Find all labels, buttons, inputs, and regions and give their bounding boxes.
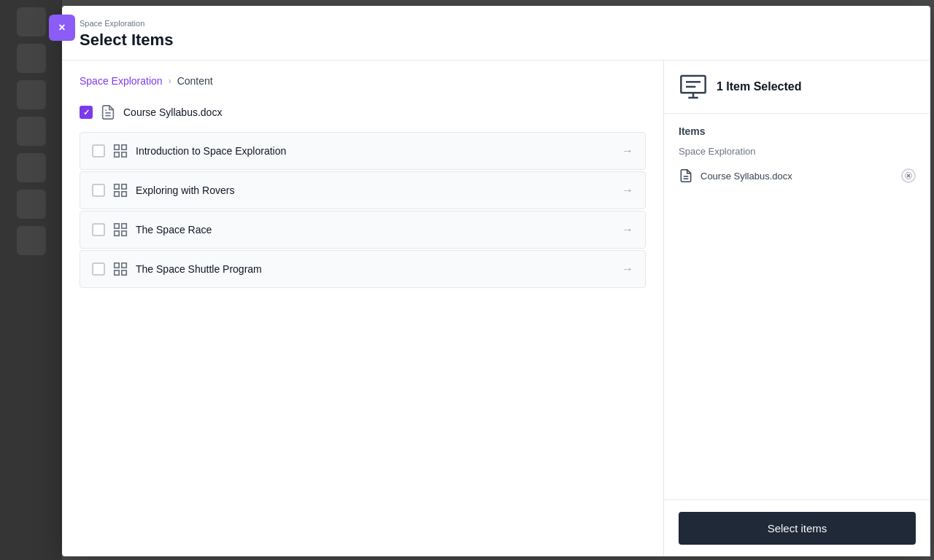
remove-item-button[interactable] — [901, 168, 916, 183]
svg-rect-11 — [122, 224, 126, 228]
breadcrumb-link[interactable]: Space Exploration — [80, 75, 163, 87]
modal-header: Space Exploration Select Items — [62, 6, 930, 61]
svg-rect-9 — [122, 192, 126, 196]
selected-items-icon — [679, 72, 708, 101]
arrow-icon-0: → — [622, 144, 633, 158]
svg-rect-17 — [122, 271, 126, 275]
right-panel-content: Items Space Exploration Course Syllabus.… — [664, 114, 930, 499]
svg-rect-6 — [115, 184, 119, 189]
arrow-icon-1: → — [622, 184, 633, 197]
list-item[interactable]: The Space Race → — [80, 211, 646, 249]
modal-body: Space Exploration › Content Course Sylla… — [62, 61, 930, 556]
list-item[interactable]: Introduction to Space Exploration → — [80, 132, 646, 170]
breadcrumb: Space Exploration › Content — [80, 75, 646, 87]
sidebar-background — [0, 0, 62, 560]
selected-item-row: Course Syllabus.docx — [679, 163, 916, 189]
svg-rect-2 — [115, 145, 119, 149]
selected-file-icon — [679, 168, 693, 183]
list-item[interactable]: The Space Shuttle Program → — [80, 250, 646, 288]
modal-title: Select Items — [80, 31, 913, 50]
svg-rect-4 — [115, 152, 119, 157]
select-items-button[interactable]: Select items — [679, 512, 916, 545]
item-checkbox-0[interactable] — [92, 144, 105, 158]
file-doc-icon — [100, 104, 116, 120]
module-icon-3 — [112, 261, 128, 277]
svg-rect-8 — [115, 192, 119, 196]
list-item-label-3: The Space Shuttle Program — [136, 263, 633, 275]
svg-rect-14 — [115, 263, 119, 268]
right-panel-footer: Select items — [664, 499, 930, 556]
left-panel: Space Exploration › Content Course Sylla… — [62, 61, 664, 556]
svg-rect-5 — [122, 152, 126, 157]
modal-subtitle: Space Exploration — [80, 19, 913, 28]
right-panel-header: 1 Item Selected — [664, 61, 930, 114]
items-section-title: Items — [679, 125, 916, 137]
course-group-title: Space Exploration — [679, 146, 916, 157]
arrow-icon-2: → — [622, 223, 633, 236]
selected-item-label: Course Syllabus.docx — [700, 171, 894, 182]
module-icon-1 — [112, 182, 128, 198]
selected-count-label: 1 Item Selected — [717, 80, 802, 93]
file-checkbox-checked[interactable] — [80, 106, 93, 119]
list-item-label-2: The Space Race — [136, 224, 633, 236]
svg-rect-12 — [115, 231, 119, 236]
module-icon-2 — [112, 222, 128, 238]
list-item[interactable]: Exploring with Rovers → — [80, 171, 646, 209]
remove-icon-svg — [905, 172, 912, 179]
module-icon-0 — [112, 143, 128, 159]
right-panel: 1 Item Selected Items Space Exploration … — [664, 61, 930, 556]
item-checkbox-1[interactable] — [92, 184, 105, 197]
file-item-label: Course Syllabus.docx — [123, 106, 222, 118]
svg-rect-10 — [115, 224, 119, 228]
svg-rect-18 — [681, 76, 705, 93]
breadcrumb-current: Content — [177, 75, 213, 87]
svg-rect-13 — [122, 231, 126, 236]
item-checkbox-3[interactable] — [92, 262, 105, 276]
arrow-icon-3: → — [622, 262, 633, 276]
list-item-label-0: Introduction to Space Exploration — [136, 145, 633, 157]
list-item-label-1: Exploring with Rovers — [136, 184, 633, 196]
svg-rect-16 — [115, 271, 119, 275]
breadcrumb-separator: › — [169, 76, 171, 86]
module-list: Introduction to Space Exploration → Expl… — [80, 132, 646, 288]
checked-file-item[interactable]: Course Syllabus.docx — [80, 98, 646, 126]
svg-rect-15 — [122, 263, 126, 268]
svg-rect-7 — [122, 184, 126, 189]
select-items-modal: × Space Exploration Select Items Space E… — [62, 6, 930, 556]
item-checkbox-2[interactable] — [92, 223, 105, 236]
svg-rect-3 — [122, 145, 126, 149]
close-button[interactable]: × — [49, 15, 75, 41]
